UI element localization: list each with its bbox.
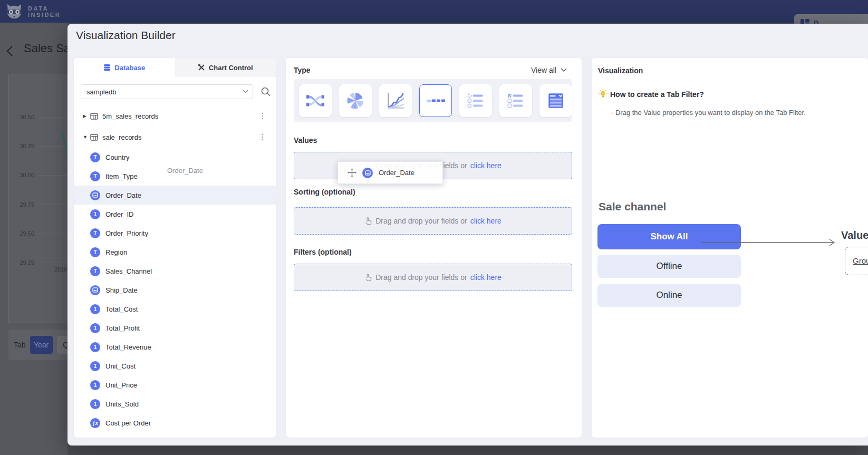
tree-field-unit-cost[interactable]: 1Unit_Cost [74,356,276,375]
chart-type-radio-list[interactable] [459,84,492,117]
field-label: Item_Type [105,172,138,180]
table-name: 5m_sales_records [102,112,158,120]
background-page-title: Sales Sa [24,42,67,55]
year-chip[interactable]: Year [30,336,53,354]
tree-field-total-profit[interactable]: 1Total_Profit [74,318,276,337]
app-logo: DATA INSIDER [5,3,61,21]
field-label: Country [105,153,130,161]
date-field-icon [362,168,373,178]
tree-field-ship-date[interactable]: Ship_Date [74,280,276,299]
chart-type-checkbox-list[interactable] [499,84,532,117]
chart-x-tick: 2010 [54,266,67,273]
number-field-icon: 1 [90,380,100,390]
tree-field-country[interactable]: TCountry [74,148,276,167]
drag-ghost-label: Order_Date [167,167,203,175]
dragging-field-chip[interactable]: Order_Date [337,161,443,184]
filters-dropzone[interactable]: Drag and drop your fields or click here [294,264,572,291]
tree-field-order-date[interactable]: Order_Date [74,186,276,205]
chart-type-pie[interactable] [339,84,372,117]
tree-field-region[interactable]: TRegion [74,243,276,262]
sorting-dropzone[interactable]: Drag and drop your fields or click here [294,207,572,235]
text-field-icon: T [90,247,100,257]
panel-tabbar: Database Chart Control [74,58,276,77]
function-field-icon: ƒx [90,418,100,428]
top-navbar: DATA INSIDER D [0,0,868,23]
search-icon[interactable] [261,86,271,97]
tab-chart-control[interactable]: Chart Control [175,58,276,77]
back-arrow-icon[interactable] [4,44,17,59]
kebab-menu-icon[interactable]: ⋮ [258,113,266,119]
tree-table-5m-sales-records[interactable]: ▶ 5m_sales_records ⋮ [74,105,276,127]
caret-collapsed-icon[interactable]: ▶ [83,113,90,119]
dropzone-click-here-link[interactable]: click here [470,273,501,282]
tree-field-units-sold[interactable]: 1Units_Sold [74,394,276,413]
drag-chip-label: Order_Date [379,169,414,177]
tree-field-total-cost[interactable]: 1Total_Cost [74,299,276,318]
date-field-icon [90,190,100,200]
tree-field-unit-price[interactable]: 1Unit_Price [74,375,276,394]
kebab-menu-icon[interactable]: ⋮ [258,134,266,140]
field-label: Order_ID [105,210,133,218]
visualization-section-label: Visualization [598,66,643,75]
text-field-icon: T [90,171,100,181]
annotation-group-link[interactable]: Group [853,256,868,265]
table-icon [90,113,98,120]
number-field-icon: 1 [90,342,100,352]
date-field-icon [90,285,100,295]
channel-tab-online[interactable]: Online [597,284,741,307]
dimmed-background-page: Sales Sa 30.5030.2530.0029.7529.5029.25 … [0,23,67,455]
sorting-section-label: Sorting (optional) [294,188,355,196]
chart-type-strip: Tab [294,79,572,122]
text-field-icon: T [90,152,100,162]
tree-field-order-priority[interactable]: TOrder_Priority [74,224,276,243]
dropzone-text: Drag and drop your fields or [375,273,467,282]
table-name: sale_records [102,133,141,141]
text-field-icon: T [90,266,100,276]
modal-title: Visualization Builder [76,29,176,42]
lightbulb-icon [599,89,607,99]
channel-tab-offline[interactable]: Offline [597,255,741,278]
field-label: Units_Sold [105,400,139,408]
number-field-icon: 1 [90,209,100,219]
view-all-button[interactable]: View all [531,66,567,74]
dropzone-click-here-link[interactable]: click here [470,161,501,170]
chevron-down-icon [243,90,248,93]
field-label: Cost per Order [105,419,151,427]
chart-type-sankey[interactable] [299,84,332,117]
dropzone-text: Drag and drop your fields or [375,217,467,225]
database-icon [103,64,111,71]
caret-expanded-icon[interactable]: ▼ [83,134,90,140]
tab-mode-label: Tab [14,341,26,349]
field-list: TCountryTItem_TypeOrder_Date1Order_IDTOr… [74,148,276,432]
number-field-icon: 1 [90,399,100,409]
chart-type-dropdown[interactable] [539,84,572,117]
field-label: Order_Date [105,191,141,199]
database-select-input[interactable]: sampledb [81,84,253,99]
tree-field-total-revenue[interactable]: 1Total_Revenue [74,337,276,356]
quarter-chip[interactable]: Qu [57,336,67,354]
database-tree: ▶ 5m_sales_records ⋮ ▼ sale_records ⋮ TC… [74,105,276,432]
field-label: Sales_Channel [105,267,152,275]
chart-type-line[interactable] [379,84,412,117]
tree-field-sales-channel[interactable]: TSales_Channel [74,262,276,280]
tree-field-cost-per-order[interactable]: ƒxCost per Order [74,413,276,432]
tree-field-order-id[interactable]: 1Order_ID [74,205,276,224]
visualization-builder-modal: Visualization Builder Database Chart Con… [67,24,868,446]
field-label: Total_Cost [105,305,138,313]
tip-title: How to create a Tab Filter? [610,90,704,99]
preview-chart-title: Sale channel [599,200,666,213]
tree-table-sale-records[interactable]: ▼ sale_records ⋮ [74,127,276,148]
type-section-label: Type [294,66,311,74]
tab-chart-control-label: Chart Control [209,64,253,72]
move-icon [348,168,356,177]
database-panel: Database Chart Control sampledb [74,58,276,438]
tip-body: - Drag the Value properties you want to … [611,109,806,117]
chart-type-tab-filter[interactable]: Tab [419,84,452,117]
field-label: Ship_Date [105,286,138,294]
annotation-value-label: Value [841,229,868,241]
dropzone-click-here-link[interactable]: click here [470,217,501,225]
tab-database[interactable]: Database [74,58,175,77]
field-label: Unit_Cost [105,362,136,370]
number-field-icon: 1 [90,361,100,371]
drag-hand-icon [364,217,372,225]
